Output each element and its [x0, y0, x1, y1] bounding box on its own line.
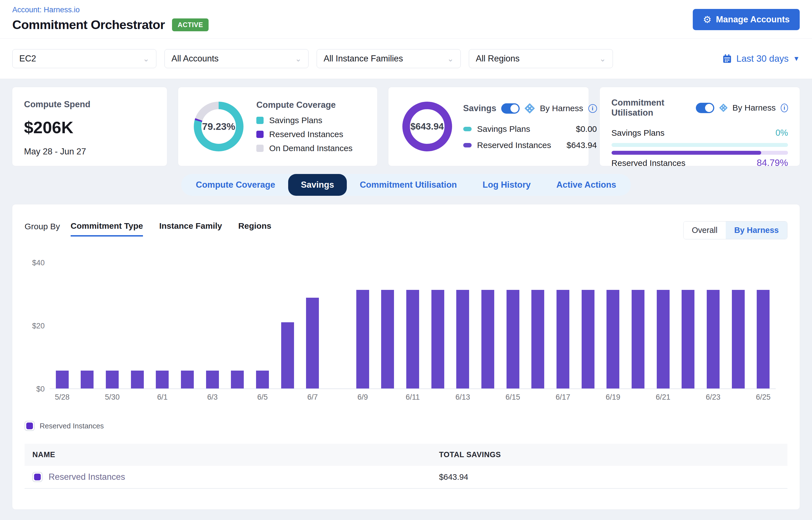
bar-6/2[interactable] [181, 371, 194, 388]
bar-6/3[interactable] [206, 371, 219, 388]
legend-item-savings-plans: Savings Plans [256, 115, 353, 125]
table-header: NAME TOTAL SAVINGS [25, 444, 787, 466]
bar-6/10[interactable] [381, 290, 394, 388]
group-by-instance-family[interactable]: Instance Family [159, 221, 222, 237]
segment-by-harness[interactable]: By Harness [726, 222, 787, 239]
bar-6/21[interactable] [657, 290, 670, 388]
regions-select[interactable]: All Regions ⌄ [469, 49, 613, 68]
regions-select-value: All Regions [476, 54, 520, 64]
savings-title: Savings [463, 103, 496, 113]
legend-label: Reserved Instances [269, 130, 343, 139]
utilisation-row-savings-plans: Savings Plans 0% [611, 128, 788, 138]
bar-6/5[interactable] [256, 371, 269, 388]
bar-6/11[interactable] [406, 290, 419, 388]
bar-6/18[interactable] [582, 290, 595, 388]
group-by-row: Group By Commitment Type Instance Family… [12, 204, 800, 239]
table-row[interactable]: Reserved Instances $643.94 [25, 466, 787, 489]
x-tick-6/25: 6/25 [756, 393, 771, 401]
legend-item-on-demand: On Demand Instances [256, 144, 353, 153]
bar-6/1[interactable] [156, 371, 169, 388]
tab-active-actions[interactable]: Active Actions [544, 174, 629, 196]
by-harness-label: By Harness [732, 103, 776, 112]
x-tick-6/13: 6/13 [455, 393, 470, 401]
service-select[interactable]: EC2 ⌄ [12, 49, 156, 68]
tab-commitment-utilisation[interactable]: Commitment Utilisation [347, 174, 470, 196]
reserved-instances-swatch [256, 131, 264, 138]
row-label: Savings Plans [611, 128, 664, 138]
caret-down-icon: ▼ [793, 55, 800, 62]
tab-log-history[interactable]: Log History [470, 174, 543, 196]
legend-label: On Demand Instances [269, 144, 353, 153]
commitment-utilisation-title: Commitment Utilisation [611, 98, 691, 118]
tab-savings[interactable]: Savings [288, 174, 347, 196]
savings-bar-chart: $0 $20 $40 5/285/306/16/36/56/76/96/116/… [12, 263, 800, 444]
legend-label: Savings Plans [269, 115, 322, 125]
chevron-down-icon: ⌄ [447, 54, 454, 63]
compute-spend-value: $206K [24, 118, 155, 137]
savings-by-harness-toggle[interactable] [501, 103, 520, 114]
info-icon[interactable]: i [781, 104, 788, 112]
savings-row-reserved-instances: Reserved Instances $643.94 [463, 140, 597, 150]
y-tick-20: $20 [23, 322, 45, 330]
calendar-icon [723, 54, 732, 63]
compute-coverage-title: Compute Coverage [256, 100, 353, 110]
bar-5/31[interactable] [131, 371, 144, 388]
instance-families-select[interactable]: All Instance Families ⌄ [317, 49, 461, 68]
legend-item-reserved-instances: Reserved Instances [256, 130, 353, 139]
savings-table: NAME TOTAL SAVINGS Reserved Instances $6… [25, 444, 787, 489]
chevron-down-icon: ⌄ [295, 54, 302, 63]
tab-compute-coverage[interactable]: Compute Coverage [183, 174, 288, 196]
savings-total: $643.94 [411, 121, 444, 132]
compute-coverage-card: 79.23% Compute Coverage Savings Plans Re… [178, 87, 377, 166]
bar-6/6[interactable] [281, 322, 294, 388]
row-label: Reserved Instances [611, 158, 685, 168]
x-tick-5/30: 5/30 [105, 393, 120, 401]
bar-6/17[interactable] [556, 290, 569, 388]
bar-5/28[interactable] [56, 371, 69, 388]
bar-5/30[interactable] [106, 371, 119, 388]
segment-overall[interactable]: Overall [684, 222, 726, 239]
bar-6/4[interactable] [231, 371, 244, 388]
bar-6/16[interactable] [531, 290, 544, 388]
manage-accounts-button[interactable]: ⚙ Manage Accounts [693, 9, 800, 30]
x-tick-6/3: 6/3 [207, 393, 218, 401]
account-breadcrumb-link[interactable]: Account: Harness.io [12, 6, 80, 14]
bar-6/22[interactable] [682, 290, 695, 388]
row-label: Reserved Instances [477, 140, 551, 150]
group-by-regions[interactable]: Regions [238, 221, 271, 237]
accounts-select[interactable]: All Accounts ⌄ [164, 49, 309, 68]
savings-donut-chart: $643.94 [402, 102, 452, 151]
utilisation-by-harness-toggle[interactable] [696, 103, 714, 113]
compute-coverage-percent: 79.23% [194, 102, 243, 151]
bar-6/13[interactable] [456, 290, 469, 388]
y-tick-0: $0 [23, 385, 45, 393]
bar-6/15[interactable] [506, 290, 519, 388]
row-checkbox[interactable] [32, 472, 43, 482]
row-value: $0.00 [576, 124, 597, 134]
bar-6/14[interactable] [481, 290, 494, 388]
column-total-savings: TOTAL SAVINGS [431, 444, 787, 466]
bar-6/20[interactable] [632, 290, 645, 388]
x-tick-5/28: 5/28 [55, 393, 70, 401]
x-tick-6/9: 6/9 [358, 393, 368, 401]
status-badge: ACTIVE [172, 19, 209, 31]
bar-6/7[interactable] [306, 298, 319, 388]
section-tabs-bar: Compute Coverage Savings Commitment Util… [0, 174, 812, 196]
top-bar: Account: Harness.io Commitment Orchestra… [0, 0, 812, 38]
compute-spend-card: Compute Spend $206K May 28 - Jun 27 [12, 87, 167, 166]
date-range-picker[interactable]: Last 30 days ▼ [723, 53, 800, 64]
compute-spend-period: May 28 - Jun 27 [24, 147, 155, 157]
info-icon[interactable]: i [588, 104, 597, 113]
savings-card: $643.94 Savings By Harness i [388, 87, 589, 166]
group-by-commitment-type[interactable]: Commitment Type [71, 221, 143, 237]
row-name: Reserved Instances [49, 472, 125, 482]
gear-icon: ⚙ [703, 15, 711, 24]
bar-6/25[interactable] [757, 290, 769, 388]
bar-5/29[interactable] [81, 371, 94, 388]
bar-6/9[interactable] [356, 290, 369, 388]
bar-6/23[interactable] [707, 290, 719, 388]
bar-6/12[interactable] [431, 290, 444, 388]
bar-6/24[interactable] [732, 290, 745, 388]
filter-bar: EC2 ⌄ All Accounts ⌄ All Instance Famili… [0, 38, 812, 79]
bar-6/19[interactable] [606, 290, 619, 388]
